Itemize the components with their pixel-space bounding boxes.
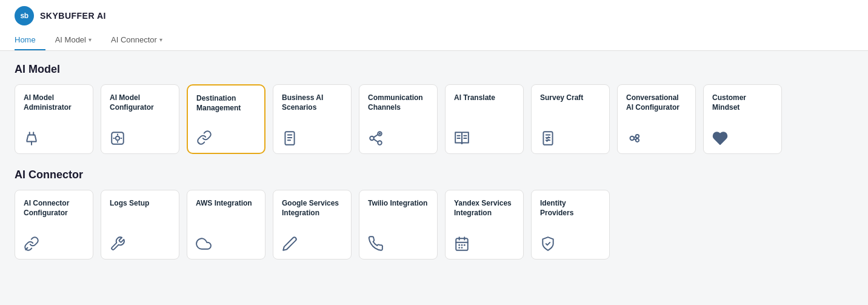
ai-connector-section-title: AI Connector (15, 169, 853, 181)
card-ai-model-config-label: AI Model Configurator (110, 93, 170, 112)
wrench-icon (110, 236, 125, 252)
svg-point-24 (630, 136, 635, 141)
svg-line-27 (634, 137, 636, 138)
card-aws-integration-label: AWS Integration (196, 199, 256, 209)
calendar-grid-icon (454, 236, 470, 252)
card-yandex-services[interactable]: Yandex Services Integration (445, 190, 524, 260)
card-survey-craft-label: Survey Craft (540, 93, 601, 103)
card-ai-model-configurator[interactable]: AI Model Configurator (101, 84, 179, 154)
card-ai-translate-label: AI Translate (454, 93, 515, 103)
card-conv-ai-config[interactable]: Conversational AI Configurator (617, 84, 696, 154)
svg-point-11 (370, 136, 374, 141)
card-destination-mgmt[interactable]: Destination Management (187, 84, 265, 154)
cloud-icon (196, 236, 212, 252)
card-conv-ai-config-label: Conversational AI Configurator (626, 93, 687, 112)
svg-point-26 (636, 139, 639, 142)
svg-line-29 (25, 248, 27, 250)
svg-line-14 (374, 139, 378, 142)
card-logs-setup-label: Logs Setup (110, 199, 170, 209)
card-identity-providers-label: Identity Providers (540, 199, 601, 218)
pin-icon (24, 130, 39, 146)
card-identity-providers[interactable]: Identity Providers (531, 190, 610, 260)
svg-point-25 (636, 135, 639, 138)
doc-lines-icon (282, 130, 298, 146)
phone-receiver-icon (368, 236, 384, 252)
card-customer-mindset[interactable]: Customer Mindset (703, 84, 782, 154)
card-google-services-label: Google Services Integration (282, 199, 342, 218)
nav-home[interactable]: Home (15, 30, 45, 50)
pencil-icon (282, 236, 298, 252)
card-ai-model-admin[interactable]: AI Model Administrator (15, 84, 93, 154)
dest-link-icon (196, 130, 212, 146)
ai-model-chevron-icon: ▾ (88, 36, 92, 43)
card-google-services[interactable]: Google Services Integration (273, 190, 352, 260)
ai-model-cards-grid: AI Model Administrator AI Model Configur… (15, 84, 853, 154)
ai-model-section-title: AI Model (15, 63, 853, 76)
survey-list-icon (540, 130, 556, 146)
ai-bubbles-icon (626, 130, 642, 146)
card-ai-model-admin-label: AI Model Administrator (24, 93, 84, 112)
logo-text: SKYBUFFER AI (40, 11, 106, 21)
svg-point-12 (378, 141, 382, 145)
connector-link-icon (24, 236, 39, 252)
card-business-ai-label: Business AI Scenarios (282, 93, 342, 112)
card-comm-channels-label: Communication Channels (368, 93, 429, 112)
svg-point-15 (379, 133, 381, 135)
logo-icon: sb (15, 6, 34, 25)
nav-ai-connector[interactable]: AI Connector ▾ (101, 30, 172, 50)
nav-ai-model[interactable]: AI Model ▾ (45, 30, 101, 50)
card-customer-mindset-label: Customer Mindset (712, 93, 773, 112)
card-destination-mgmt-label: Destination Management (196, 94, 256, 113)
ai-model-section: AI Model AI Model Administrator AI Model… (15, 63, 853, 154)
card-logs-setup[interactable]: Logs Setup (101, 190, 179, 260)
ai-connector-section: AI Connector AI Connector Configurator L… (15, 169, 853, 260)
card-ai-translate[interactable]: AI Translate (445, 84, 524, 154)
svg-line-13 (374, 135, 378, 137)
card-business-ai[interactable]: Business AI Scenarios (273, 84, 352, 154)
svg-point-4 (116, 136, 120, 141)
card-comm-channels[interactable]: Communication Channels (359, 84, 438, 154)
logo-row: sb SKYBUFFER AI (15, 0, 853, 30)
comm-nodes-icon (368, 130, 384, 146)
gear-badge-icon (110, 130, 125, 146)
shield-check-icon (540, 236, 556, 252)
heart-icon (712, 130, 728, 146)
top-bar: sb SKYBUFFER AI Home AI Model ▾ AI Conne… (0, 0, 868, 51)
card-yandex-services-label: Yandex Services Integration (454, 199, 515, 218)
svg-line-28 (634, 139, 636, 139)
card-twilio-integration-label: Twilio Integration (368, 199, 429, 209)
open-book-icon (454, 130, 470, 146)
card-twilio-integration[interactable]: Twilio Integration (359, 190, 438, 260)
svg-rect-6 (285, 132, 294, 145)
ai-connector-cards-grid: AI Connector Configurator Logs Setup AWS… (15, 190, 853, 260)
card-survey-craft[interactable]: Survey Craft (531, 84, 610, 154)
card-ai-connector-config[interactable]: AI Connector Configurator (15, 190, 93, 260)
nav-row: Home AI Model ▾ AI Connector ▾ (15, 30, 853, 50)
ai-connector-chevron-icon: ▾ (159, 36, 162, 43)
card-ai-connector-config-label: AI Connector Configurator (24, 199, 84, 218)
card-aws-integration[interactable]: AWS Integration (187, 190, 265, 260)
main-content: AI Model AI Model Administrator AI Model… (0, 51, 868, 286)
